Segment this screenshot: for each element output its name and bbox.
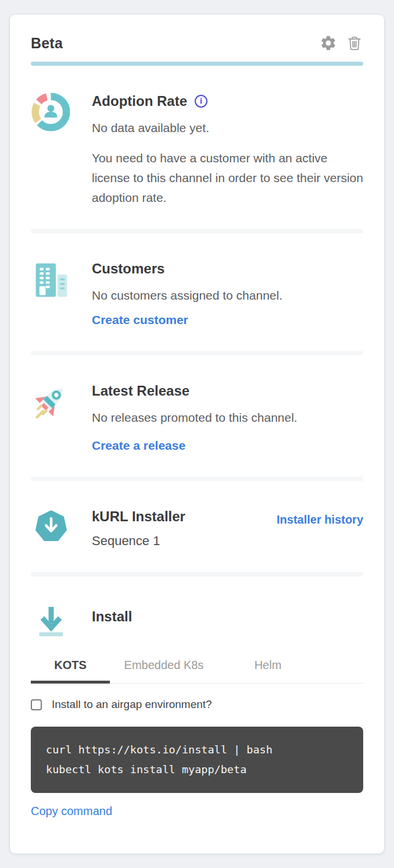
rocket-icon <box>31 382 71 456</box>
airgap-row: Install to an airgap environment? <box>31 698 363 712</box>
latest-release-title: Latest Release <box>92 382 363 400</box>
installer-history-link[interactable]: Installer history <box>277 510 363 529</box>
tab-embedded-k8s[interactable]: Embedded K8s <box>110 652 218 683</box>
code-line: curl https://kots.io/install | bash <box>46 740 348 760</box>
create-customer-link[interactable]: Create customer <box>92 310 188 330</box>
airgap-label: Install to an airgap environment? <box>52 698 212 712</box>
section-divider <box>31 572 363 577</box>
adoption-donut-icon <box>31 92 71 208</box>
latest-release-section: Latest Release No releases promoted to t… <box>31 355 363 476</box>
install-command-code-block: curl https://kots.io/install | bashkubec… <box>31 727 363 793</box>
kurl-installer-body: kURL Installer Sequence 1 Installer hist… <box>92 507 363 551</box>
header-actions <box>320 34 363 52</box>
customers-section: Customers No customers assigned to chann… <box>31 233 363 351</box>
kurl-heptagon-icon <box>31 507 71 551</box>
customers-empty-message: No customers assigned to channel. <box>92 286 363 305</box>
kurl-installer-title: kURL Installer <box>92 507 185 526</box>
section-divider <box>31 229 363 233</box>
install-tabs: KOTS Embedded K8s Helm <box>31 652 363 684</box>
customers-body: Customers No customers assigned to chann… <box>92 259 363 330</box>
channel-card: Beta <box>9 14 385 854</box>
channel-accent-bar <box>31 62 363 66</box>
code-line: kubectl kots install myapp/beta <box>46 760 348 780</box>
release-empty-message: No releases promoted to this channel. <box>92 408 363 428</box>
info-icon[interactable]: i <box>195 95 207 108</box>
customers-building-icon <box>31 259 71 330</box>
copy-command-link[interactable]: Copy command <box>31 801 112 821</box>
tab-kots[interactable]: KOTS <box>31 652 110 683</box>
adoption-rate-title: Adoption Rate i <box>92 92 363 111</box>
adoption-empty-message: No data available yet. <box>92 118 363 138</box>
adoption-rate-title-text: Adoption Rate <box>92 92 187 111</box>
download-arrow-icon <box>31 603 71 640</box>
create-release-link[interactable]: Create a release <box>92 436 185 456</box>
tab-helm[interactable]: Helm <box>218 652 318 683</box>
latest-release-body: Latest Release No releases promoted to t… <box>92 382 363 456</box>
install-body: Install <box>92 603 363 640</box>
trash-icon[interactable] <box>346 34 363 52</box>
card-header: Beta <box>31 34 363 52</box>
section-divider <box>31 351 363 355</box>
adoption-hint-text: You need to have a customer with an acti… <box>92 148 363 208</box>
channel-title: Beta <box>31 35 63 52</box>
adoption-rate-section: Adoption Rate i No data available yet. Y… <box>31 66 363 229</box>
customers-title: Customers <box>92 259 363 278</box>
adoption-rate-body: Adoption Rate i No data available yet. Y… <box>92 92 363 208</box>
install-title: Install <box>92 607 363 626</box>
install-section: Install <box>31 577 363 640</box>
kurl-sequence-label: Sequence 1 <box>92 531 185 551</box>
kurl-installer-section: kURL Installer Sequence 1 Installer hist… <box>31 481 363 572</box>
gear-icon[interactable] <box>320 34 337 52</box>
section-divider <box>31 476 363 481</box>
airgap-checkbox[interactable] <box>31 699 42 710</box>
